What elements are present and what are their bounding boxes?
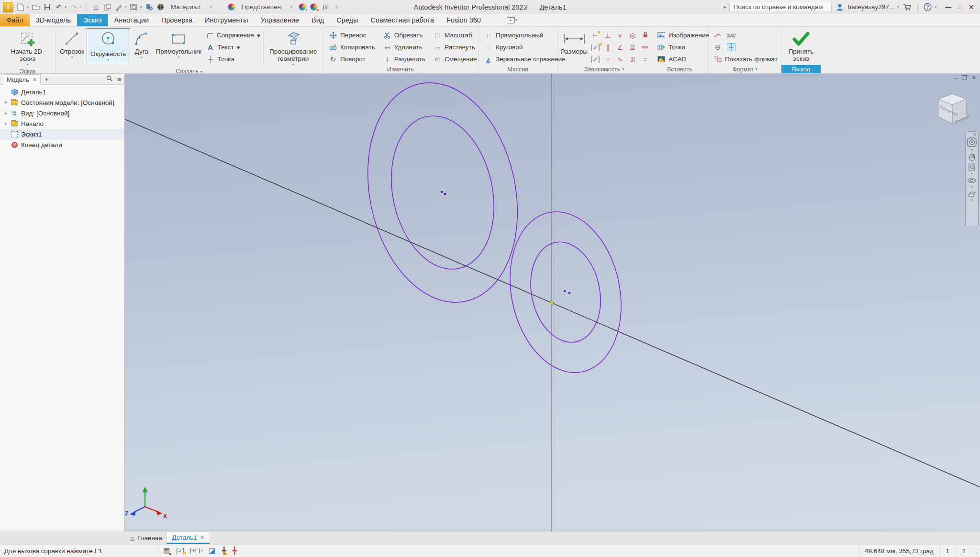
menu-tab-environments[interactable]: Среды: [330, 14, 364, 26]
text-button[interactable]: A Текст ▾: [204, 41, 261, 53]
concentric-constraint-icon[interactable]: ◎: [630, 32, 635, 39]
save-icon[interactable]: [43, 3, 52, 11]
new-file-icon[interactable]: [16, 3, 25, 11]
browser-tab-model[interactable]: Модель ✕: [3, 74, 41, 85]
section-label-constrain[interactable]: Зависимость▾: [557, 65, 651, 73]
close-button[interactable]: ✕: [968, 3, 974, 11]
tree-item-view-rep[interactable]: + Вид: [Основной]: [0, 108, 124, 118]
help-caret-icon[interactable]: ▾: [935, 5, 937, 9]
expander-icon[interactable]: +: [3, 110, 8, 116]
circle-button[interactable]: Окружность ▾: [87, 28, 130, 63]
center-point-2b[interactable]: [568, 292, 570, 294]
new-file-caret-icon[interactable]: ▾: [27, 5, 29, 9]
maximize-button[interactable]: □: [958, 4, 961, 11]
doc-tab-part1[interactable]: Деталь1 ✕: [167, 532, 210, 544]
doc-minimize-button[interactable]: –: [955, 75, 958, 81]
zoom-icon[interactable]: [968, 162, 976, 171]
menu-tab-annotate[interactable]: Аннотации: [108, 14, 155, 26]
insert-acad-button[interactable]: ACAD: [655, 53, 711, 65]
open-folder-icon[interactable]: [32, 3, 40, 11]
user-menu-caret-icon[interactable]: ▾: [897, 5, 899, 9]
move-button[interactable]: Перенос: [327, 29, 377, 41]
home-view-icon[interactable]: ⌂: [92, 3, 100, 11]
section-label-format[interactable]: Формат▾: [709, 65, 781, 73]
project-geometry-button[interactable]: Проецирование геометрии ▾: [266, 28, 321, 68]
stretch-button[interactable]: ▱ Растянуть: [431, 41, 479, 53]
username[interactable]: haileyasay297...: [848, 3, 895, 11]
auto-dimension-icon[interactable]: ⊢: [592, 32, 598, 39]
mirror-button[interactable]: ◭ Зеркальное отражение: [482, 53, 567, 65]
slice-graphics-icon[interactable]: ◪: [209, 546, 215, 555]
tangent-constraint-icon[interactable]: ⋎: [618, 32, 623, 39]
browser-menu-icon[interactable]: ≡: [117, 75, 122, 83]
section-label-modify[interactable]: Изменить: [323, 65, 478, 73]
navbar-caret-icon[interactable]: ▾: [971, 198, 973, 202]
show-constraints-icon[interactable]: [✓]: [590, 44, 600, 51]
tree-item-part[interactable]: Деталь1: [0, 87, 124, 97]
tree-item-end-of-part[interactable]: ✕ Конец детали: [0, 139, 124, 150]
center-point-icon[interactable]: ┼: [727, 43, 735, 51]
fillet-button[interactable]: Сопряжение ▾: [204, 29, 261, 41]
scale-button[interactable]: □ Масштаб: [431, 29, 479, 41]
app-logo-icon[interactable]: I: [3, 2, 13, 12]
navbar-caret-icon[interactable]: ▾: [971, 172, 973, 176]
menu-tab-collaborate[interactable]: Совместная работа: [364, 14, 440, 26]
show-format-button[interactable]: Показать формат: [712, 53, 780, 65]
centerline-icon[interactable]: ⊖: [713, 43, 722, 52]
dimension-button[interactable]: Размеры: [559, 28, 589, 57]
tree-item-origin[interactable]: + Начало: [0, 118, 124, 129]
offset-button[interactable]: ⊂ Смещение: [431, 53, 479, 65]
ribbon-display-toggle[interactable]: ▴▾: [501, 14, 523, 26]
expander-icon[interactable]: +: [3, 100, 8, 105]
appearance-add-icon[interactable]: +: [298, 3, 306, 11]
finish-sketch-button[interactable]: Принять эскиз: [783, 28, 819, 64]
undo-icon[interactable]: ↶: [55, 3, 63, 11]
pan-icon[interactable]: [968, 153, 976, 161]
extend-button[interactable]: ↦ Удлинить: [381, 41, 427, 53]
equal-constraint-icon[interactable]: =: [643, 56, 647, 63]
trim-button[interactable]: Обрезать: [381, 29, 427, 41]
sketch-tool-icon[interactable]: [115, 3, 123, 11]
section-label-exit[interactable]: Выход: [781, 65, 821, 73]
redo-icon[interactable]: ↷: [69, 3, 78, 11]
construction-icon[interactable]: [713, 33, 722, 38]
navbar-caret-icon[interactable]: ▾: [971, 185, 973, 189]
part1-tab-close-icon[interactable]: ✕: [200, 534, 205, 541]
sketch-tool-caret-icon[interactable]: ▾: [125, 5, 127, 9]
graphics-window[interactable]: X Z – ❒ ✕ Спереди Справа ✕: [125, 74, 980, 532]
browser-tab-close-icon[interactable]: ✕: [33, 77, 37, 83]
look-at-icon[interactable]: [967, 190, 977, 197]
expander-icon[interactable]: +: [3, 121, 8, 126]
snap-grid-icon[interactable]: ▦: [163, 546, 170, 555]
parameters-fx-icon[interactable]: fx: [321, 3, 329, 11]
help-icon[interactable]: ?: [924, 3, 932, 11]
browser-search-icon[interactable]: [106, 75, 112, 83]
resize-grip[interactable]: ⋰: [972, 545, 980, 557]
horizontal-constraint-icon[interactable]: ≣: [630, 44, 635, 51]
tree-item-model-states[interactable]: + Состояния модели: [Основной]: [0, 97, 124, 108]
menu-tab-file[interactable]: Файл: [0, 14, 30, 26]
circular-pattern-button[interactable]: ◌ Круговой: [482, 41, 567, 53]
view-cube[interactable]: Спереди Справа: [934, 92, 970, 132]
orbit-icon[interactable]: [967, 177, 977, 184]
sketch-circle-inner-2[interactable]: [522, 236, 610, 349]
menu-tab-3d-model[interactable]: 3D-модель: [30, 14, 77, 26]
appearance-wheel-icon[interactable]: [227, 3, 236, 11]
representation-select[interactable]: Представлен ▾: [239, 2, 295, 11]
material-select[interactable]: Материал ▾: [168, 2, 224, 11]
insert-image-button[interactable]: Изображение: [655, 29, 711, 41]
dimension-display-icon[interactable]: +/-▾: [190, 548, 202, 553]
perpendicular-constraint-icon[interactable]: ⊥: [605, 32, 611, 39]
sketch-circle-outer-1[interactable]: [348, 74, 537, 317]
menu-tab-sketch[interactable]: Эскиз: [77, 14, 108, 26]
doc-restore-button[interactable]: ❒: [962, 75, 967, 81]
rectangle-button[interactable]: Прямоугольник ▾: [153, 28, 204, 61]
rectangular-pattern-button[interactable]: ∷ Прямоугольный: [482, 29, 567, 41]
menu-tab-manage[interactable]: Управление: [254, 14, 305, 26]
center-point-2a[interactable]: [564, 290, 566, 292]
coincident-constraint-icon[interactable]: ∠: [617, 44, 624, 51]
doc-close-button[interactable]: ✕: [972, 75, 976, 81]
presentation-icon[interactable]: [145, 3, 154, 11]
arc-button[interactable]: Дуга ▾: [130, 28, 153, 61]
section-label-pattern[interactable]: Массив: [479, 65, 557, 73]
